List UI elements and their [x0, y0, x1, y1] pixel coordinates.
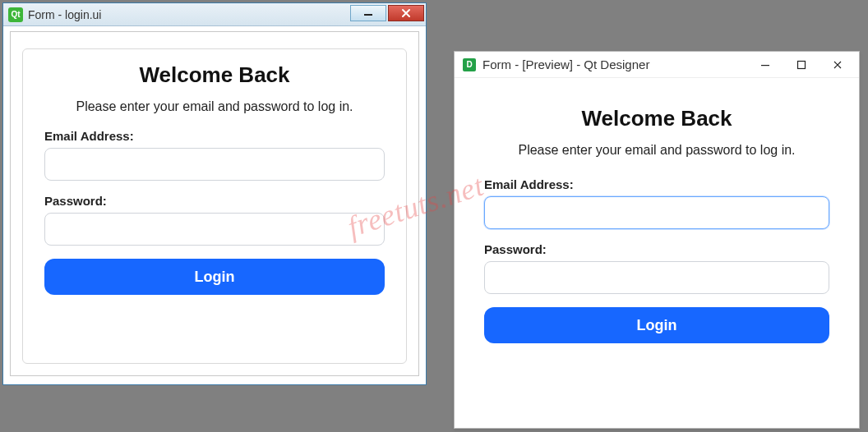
- maximize-button[interactable]: [783, 53, 820, 77]
- login-button[interactable]: Login: [44, 259, 385, 295]
- minimize-button[interactable]: [350, 5, 386, 21]
- svg-rect-0: [364, 14, 372, 16]
- designer-canvas[interactable]: Welcome Back Please enter your email and…: [10, 31, 419, 376]
- password-label: Password:: [44, 194, 385, 208]
- window-controls: [350, 3, 426, 25]
- qt-preview-window: D Form - [Preview] - Qt Designer Welcome…: [454, 51, 860, 429]
- login-button[interactable]: Login: [484, 307, 829, 343]
- email-input[interactable]: [44, 148, 385, 181]
- subtitle-text: Please enter your email and password to …: [484, 143, 829, 158]
- password-input[interactable]: [484, 261, 829, 294]
- preview-window-title: Form - [Preview] - Qt Designer: [482, 57, 747, 71]
- qt-logo-icon: Qt: [8, 7, 23, 22]
- minimize-button[interactable]: [747, 53, 783, 77]
- maximize-icon: [796, 60, 806, 70]
- preview-titlebar[interactable]: D Form - [Preview] - Qt Designer: [455, 52, 859, 78]
- designer-titlebar[interactable]: Qt Form - login.ui: [3, 3, 426, 26]
- svg-rect-2: [798, 61, 806, 68]
- email-label: Email Address:: [484, 177, 829, 191]
- email-label: Email Address:: [44, 129, 385, 143]
- subtitle-text: Please enter your email and password to …: [44, 99, 385, 114]
- qt-designer-window: Qt Form - login.ui Welcome Back Please e…: [2, 2, 427, 385]
- close-icon: [400, 8, 412, 18]
- close-button[interactable]: [820, 53, 856, 77]
- close-icon: [833, 60, 843, 70]
- minimize-icon: [362, 9, 374, 17]
- close-button[interactable]: [388, 5, 424, 21]
- email-input[interactable]: [484, 196, 829, 229]
- preview-form: Welcome Back Please enter your email and…: [455, 78, 859, 365]
- heading-welcome: Welcome Back: [44, 62, 385, 88]
- designer-app-icon: D: [463, 58, 476, 71]
- password-label: Password:: [484, 242, 829, 256]
- form-widget[interactable]: Welcome Back Please enter your email and…: [22, 48, 407, 364]
- password-input[interactable]: [44, 213, 385, 246]
- minimize-icon: [760, 60, 770, 70]
- designer-window-title: Form - login.ui: [28, 8, 350, 21]
- heading-welcome: Welcome Back: [484, 106, 829, 131]
- svg-rect-1: [761, 65, 769, 66]
